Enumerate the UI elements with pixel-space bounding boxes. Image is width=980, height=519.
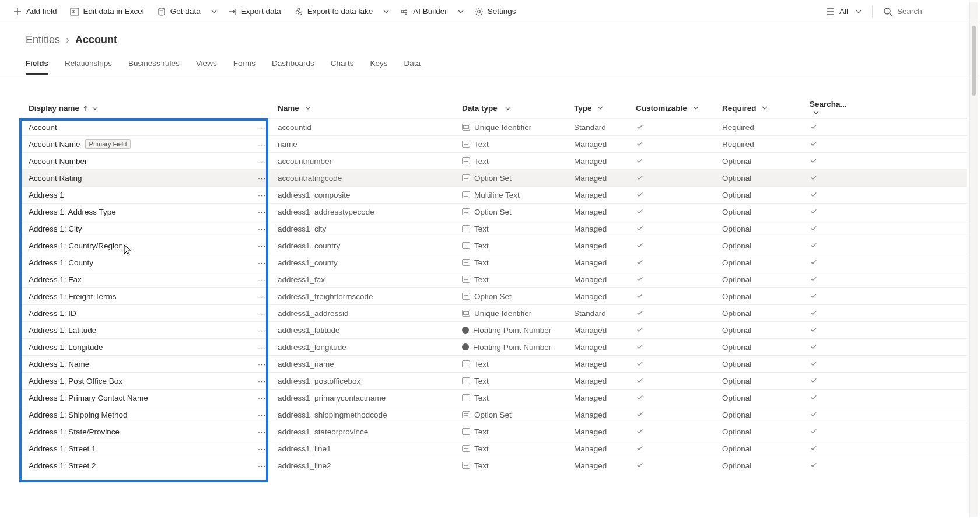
export-lake-button[interactable]: Export to data lake	[288, 0, 379, 23]
more-options-icon[interactable]: ···	[258, 427, 266, 436]
tab-charts[interactable]: Charts	[331, 59, 354, 75]
tab-forms[interactable]: Forms	[233, 59, 256, 75]
table-row[interactable]: Address 1: Address Type ··· address1_add…	[21, 203, 967, 220]
vertical-scrollbar[interactable]	[970, 2, 978, 517]
more-options-icon[interactable]: ···	[258, 360, 266, 369]
more-options-icon[interactable]: ···	[258, 174, 266, 183]
table-row[interactable]: Address 1: Freight Terms ··· address1_fr…	[21, 287, 967, 304]
more-options-icon[interactable]: ···	[258, 208, 266, 216]
more-options-icon[interactable]: ···	[258, 377, 266, 385]
add-field-button[interactable]: Add field	[7, 0, 63, 23]
col-customizable[interactable]: Customizable	[636, 104, 722, 113]
chevron-down-icon[interactable]	[454, 0, 467, 23]
field-name: accountid	[272, 123, 462, 132]
more-options-icon[interactable]: ···	[258, 157, 266, 166]
col-display-name[interactable]: Display name	[21, 104, 272, 113]
ai-builder-button[interactable]: AI Builder	[394, 0, 453, 23]
table-row[interactable]: Account Rating ··· accountratingcode Opt…	[21, 169, 967, 186]
tab-data[interactable]: Data	[404, 59, 421, 75]
field-display-name: Address 1: Longitude	[29, 343, 103, 352]
col-data-type[interactable]: Data type	[462, 104, 574, 113]
table-row[interactable]: Address 1: Street 1 ··· address1_line1 T…	[21, 440, 967, 457]
cmd-label: Settings	[488, 7, 516, 16]
more-options-icon[interactable]: ···	[258, 461, 266, 470]
col-required[interactable]: Required	[722, 104, 807, 113]
field-datatype: Text	[474, 444, 489, 453]
tab-dashboards[interactable]: Dashboards	[272, 59, 314, 75]
chevron-down-icon[interactable]	[380, 0, 393, 23]
edit-excel-button[interactable]: Edit data in Excel	[64, 0, 150, 23]
table-row[interactable]: Account Name Primary Field ··· name Text…	[21, 135, 967, 152]
table-row[interactable]: Account Number ··· accountnumber Text Ma…	[21, 152, 967, 169]
table-row[interactable]: Address 1: Country/Region ··· address1_c…	[21, 237, 967, 254]
table-row[interactable]: Address 1: Name ··· address1_name Text M…	[21, 355, 967, 372]
tab-views[interactable]: Views	[196, 59, 217, 75]
chevron-down-icon[interactable]	[505, 106, 511, 111]
more-options-icon[interactable]: ···	[258, 275, 266, 284]
table-row[interactable]: Address 1: Longitude ··· address1_longit…	[21, 338, 967, 355]
col-type[interactable]: Type	[574, 104, 636, 113]
table-row[interactable]: Address 1: Street 2 ··· address1_line2 T…	[21, 457, 967, 474]
col-name[interactable]: Name	[272, 104, 462, 113]
more-options-icon[interactable]: ···	[258, 258, 266, 267]
tab-keys[interactable]: Keys	[370, 59, 387, 75]
table-row[interactable]: Address 1: ID ··· address1_addressid Uni…	[21, 304, 967, 321]
more-options-icon[interactable]: ···	[258, 343, 266, 352]
table-row[interactable]: Address 1: City ··· address1_city Text M…	[21, 220, 967, 237]
more-options-icon[interactable]: ···	[258, 444, 266, 453]
table-row[interactable]: Address 1: Post Office Box ··· address1_…	[21, 372, 967, 389]
search-input[interactable]	[897, 7, 967, 16]
field-required: Optional	[722, 360, 807, 369]
field-display-name: Account Name	[29, 140, 80, 149]
datatype-icon	[462, 276, 470, 283]
get-data-button[interactable]: Get data	[151, 0, 206, 23]
more-options-icon[interactable]: ···	[258, 140, 266, 149]
chevron-down-icon[interactable]	[762, 105, 768, 111]
search-box[interactable]	[877, 7, 973, 16]
datatype-icon	[462, 293, 470, 300]
table-row[interactable]: Address 1: Shipping Method ··· address1_…	[21, 406, 967, 423]
chevron-down-icon[interactable]	[693, 105, 699, 111]
chevron-down-icon[interactable]	[92, 106, 98, 111]
table-row[interactable]: Address 1: State/Province ··· address1_s…	[21, 423, 967, 440]
breadcrumb-parent[interactable]: Entities	[26, 34, 60, 46]
more-options-icon[interactable]: ···	[258, 123, 266, 132]
field-datatype: Option Set	[474, 174, 512, 183]
field-required: Optional	[722, 258, 807, 267]
view-filter[interactable]: All	[820, 0, 867, 23]
more-options-icon[interactable]: ···	[258, 191, 266, 199]
table-row[interactable]: Address 1: County ··· address1_county Te…	[21, 254, 967, 271]
field-datatype: Option Set	[474, 292, 512, 301]
sort-asc-icon	[83, 106, 89, 111]
field-datatype: Text	[474, 360, 489, 369]
chevron-down-icon[interactable]	[813, 110, 819, 115]
col-searchable[interactable]: Searcha...	[807, 100, 854, 117]
table-row[interactable]: Address 1 ··· address1_composite Multili…	[21, 186, 967, 203]
more-options-icon[interactable]: ···	[258, 241, 266, 250]
scrollbar-thumb[interactable]	[972, 26, 976, 96]
more-options-icon[interactable]: ···	[258, 309, 266, 318]
field-datatype: Text	[474, 427, 489, 436]
export-data-button[interactable]: Export data	[222, 0, 287, 23]
chevron-down-icon[interactable]	[305, 105, 311, 111]
field-type: Managed	[574, 326, 636, 335]
field-name: address1_composite	[272, 191, 462, 199]
field-name: address1_country	[272, 241, 462, 250]
searchable-check-icon	[807, 308, 854, 318]
tab-relationships[interactable]: Relationships	[65, 59, 112, 75]
table-row[interactable]: Address 1: Fax ··· address1_fax Text Man…	[21, 271, 967, 287]
more-options-icon[interactable]: ···	[258, 292, 266, 301]
table-row[interactable]: Address 1: Primary Contact Name ··· addr…	[21, 389, 967, 406]
table-row[interactable]: Account ··· accountid Unique Identifier …	[21, 118, 967, 135]
chevron-down-icon[interactable]	[208, 0, 220, 23]
more-options-icon[interactable]: ···	[258, 326, 266, 335]
field-display-name: Address 1: Street 1	[29, 444, 96, 453]
table-row[interactable]: Address 1: Latitude ··· address1_latitud…	[21, 321, 967, 338]
more-options-icon[interactable]: ···	[258, 394, 266, 402]
settings-button[interactable]: Settings	[468, 0, 522, 23]
more-options-icon[interactable]: ···	[258, 225, 266, 233]
tab-fields[interactable]: Fields	[26, 59, 48, 75]
chevron-down-icon[interactable]	[597, 105, 603, 111]
tab-business-rules[interactable]: Business rules	[128, 59, 180, 75]
more-options-icon[interactable]: ···	[258, 411, 266, 419]
